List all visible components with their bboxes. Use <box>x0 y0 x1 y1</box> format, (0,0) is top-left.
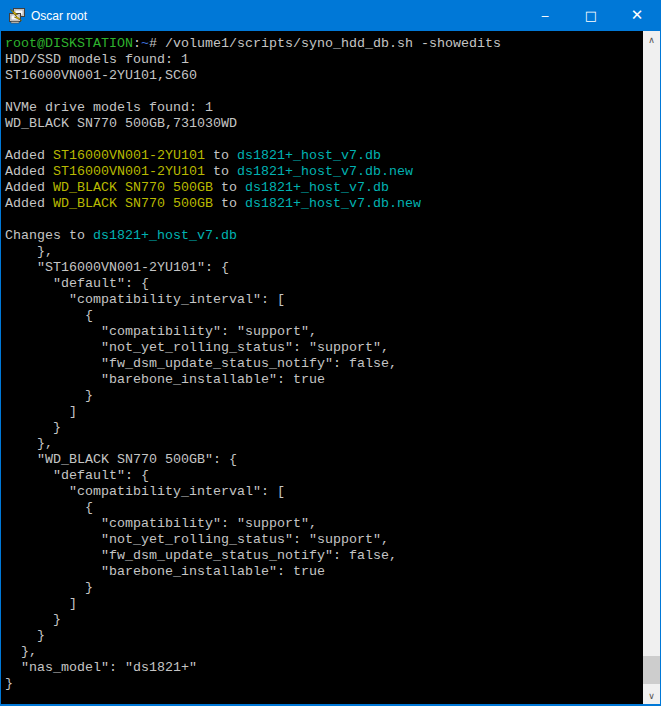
terminal-line: } <box>5 612 643 628</box>
scrollbar[interactable]: ∧ ∨ <box>643 31 660 704</box>
terminal-line: }, <box>5 244 643 260</box>
terminal-line: { <box>5 308 643 324</box>
maximize-icon: □ <box>585 9 597 22</box>
terminal-line: "ST16000VN001-2YU101": { <box>5 260 643 276</box>
terminal-line: ] <box>5 404 643 420</box>
terminal-output[interactable]: root@DISKSTATION:~# /volume1/scripts/syn… <box>1 31 643 704</box>
caption-buttons: ─ □ ✕ <box>522 0 660 31</box>
terminal-line: } <box>5 628 643 644</box>
terminal-line: "barebone_installable": true <box>5 372 643 388</box>
terminal-line: Added WD_BLACK SN770 500GB to ds1821+_ho… <box>5 196 643 212</box>
minimize-icon: ─ <box>542 11 549 22</box>
terminal-line: Added WD_BLACK SN770 500GB to ds1821+_ho… <box>5 180 643 196</box>
terminal-line: "default": { <box>5 276 643 292</box>
terminal-line: "compatibility": "support", <box>5 516 643 532</box>
terminal-line: root@DISKSTATION:~# /volume1/scripts/syn… <box>5 36 643 52</box>
scrollbar-track[interactable] <box>643 48 660 687</box>
chevron-down-icon: ∨ <box>648 691 655 701</box>
terminal-line: } <box>5 676 643 692</box>
terminal-line: ] <box>5 596 643 612</box>
terminal-line: "nas_model": "ds1821+" <box>5 660 643 676</box>
terminal-line: HDD/SSD models found: 1 <box>5 52 643 68</box>
terminal-line <box>5 212 643 228</box>
terminal-line: "not_yet_rolling_status": "support", <box>5 532 643 548</box>
window-body: root@DISKSTATION:~# /volume1/scripts/syn… <box>1 31 660 704</box>
terminal-line <box>5 84 643 100</box>
terminal-line: "compatibility": "support", <box>5 324 643 340</box>
terminal-line: Changes to ds1821+_host_v7.db <box>5 228 643 244</box>
terminal-line <box>5 132 643 148</box>
maximize-button[interactable]: □ <box>568 0 614 31</box>
terminal-line: { <box>5 500 643 516</box>
minimize-button[interactable]: ─ <box>522 0 568 31</box>
terminal-line: }, <box>5 436 643 452</box>
scrollbar-up-button[interactable]: ∧ <box>643 31 660 48</box>
putty-icon <box>9 8 25 24</box>
chevron-up-icon: ∧ <box>648 35 655 45</box>
terminal-line: "fw_dsm_update_status_notify": false, <box>5 356 643 372</box>
terminal-line: Added ST16000VN001-2YU101 to ds1821+_hos… <box>5 148 643 164</box>
scrollbar-thumb[interactable] <box>643 656 660 684</box>
terminal-line: }, <box>5 644 643 660</box>
terminal-line: "default": { <box>5 468 643 484</box>
close-button[interactable]: ✕ <box>614 0 660 31</box>
terminal-line: "compatibility_interval": [ <box>5 292 643 308</box>
titlebar[interactable]: Oscar root ─ □ ✕ <box>1 0 660 31</box>
terminal-line: "barebone_installable": true <box>5 564 643 580</box>
terminal-line: ST16000VN001-2YU101,SC60 <box>5 68 643 84</box>
terminal-line: "not_yet_rolling_status": "support", <box>5 340 643 356</box>
terminal-line: } <box>5 580 643 596</box>
window-title: Oscar root <box>31 9 522 23</box>
terminal-line: "WD_BLACK SN770 500GB": { <box>5 452 643 468</box>
terminal-line: WD_BLACK SN770 500GB,731030WD <box>5 116 643 132</box>
putty-window: Oscar root ─ □ ✕ root@DISKSTATION:~# /vo… <box>0 0 661 706</box>
terminal-line: "fw_dsm_update_status_notify": false, <box>5 548 643 564</box>
close-icon: ✕ <box>631 8 644 23</box>
terminal-line: Added ST16000VN001-2YU101 to ds1821+_hos… <box>5 164 643 180</box>
terminal-line: NVMe drive models found: 1 <box>5 100 643 116</box>
terminal-line: "compatibility_interval": [ <box>5 484 643 500</box>
scrollbar-down-button[interactable]: ∨ <box>643 687 660 704</box>
terminal-line: } <box>5 388 643 404</box>
terminal-line: } <box>5 420 643 436</box>
